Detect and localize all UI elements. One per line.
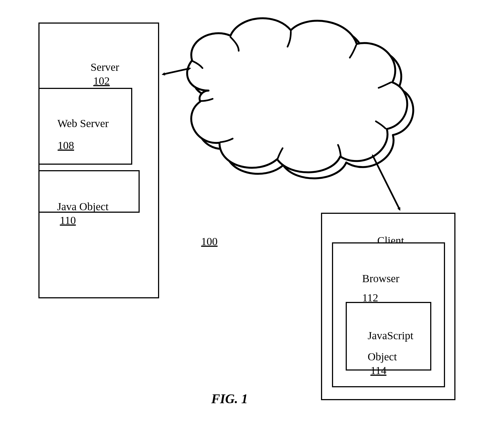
java-object-label: Java Object 110 (46, 186, 109, 241)
system-ref-label: 100 (190, 221, 218, 262)
web-server-ref-label: 108 (47, 125, 74, 166)
cloud-ref-label: 106 (283, 67, 310, 108)
java-object-ref: 110 (60, 214, 76, 226)
figure-caption-text: FIG. 1 (211, 391, 248, 406)
java-object-text: Java Object (57, 200, 109, 213)
web-server-ref: 108 (58, 139, 74, 152)
js-object-ref: 114 (370, 364, 387, 377)
arrow-server-cloud (164, 69, 189, 74)
cloud-ref: 106 (294, 82, 310, 94)
server-text: Server (91, 61, 119, 73)
js-object-text2: Object (368, 351, 397, 363)
figure-caption: FIG. 1 (211, 391, 248, 406)
js-object-line2: Object 114 (357, 336, 397, 391)
system-ref: 100 (201, 235, 218, 248)
diagram-stage: Server 102 Web Server 108 Java Object 11… (0, 0, 504, 443)
arrow-cloud-client (373, 156, 399, 209)
server-ref: 102 (93, 75, 110, 87)
